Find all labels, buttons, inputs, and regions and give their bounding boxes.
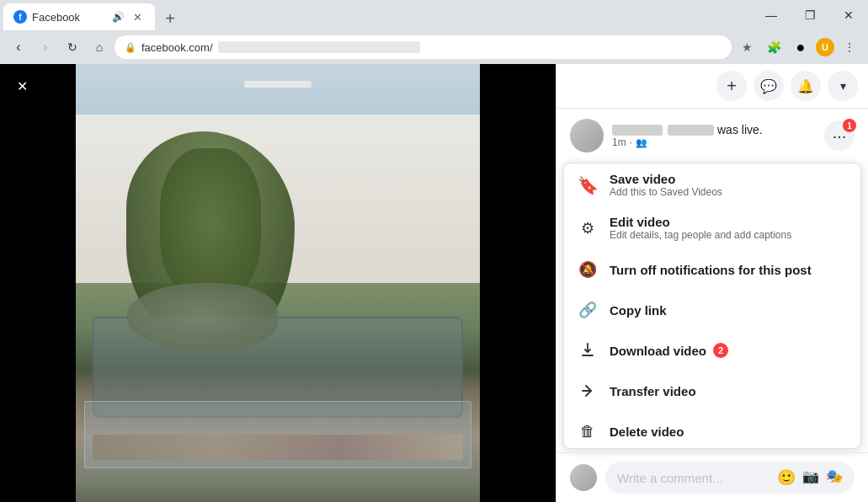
menu-item-edit-text: Edit video Edit details, tag people and … xyxy=(610,215,791,241)
menu-item-delete-label: Delete video xyxy=(610,425,684,439)
download-video-icon xyxy=(576,339,599,362)
more-options-button[interactable]: ··· 1 xyxy=(824,120,855,151)
menu-item-edit-label: Edit video xyxy=(610,215,791,229)
home-button[interactable]: ⌂ xyxy=(88,35,111,59)
emoji-icon[interactable]: 🙂 xyxy=(777,468,796,487)
context-menu: 🔖 Save video Add this to Saved Videos ⚙ … xyxy=(563,163,861,449)
close-button[interactable]: ✕ xyxy=(829,0,868,30)
tab-title: Facebook xyxy=(32,11,107,24)
menu-item-edit-desc: Edit details, tag people and add caption… xyxy=(610,229,791,241)
reload-button[interactable]: ↻ xyxy=(61,35,84,59)
download-badge: 2 xyxy=(713,343,728,358)
comment-input-box[interactable]: Write a comment... 🙂 📷 🎭 xyxy=(605,462,855,494)
delete-video-icon: 🗑 xyxy=(576,419,599,443)
transfer-video-icon xyxy=(576,379,599,403)
sticker-icon[interactable]: 🎭 xyxy=(826,468,843,487)
add-button[interactable]: + xyxy=(716,71,747,101)
menu-item-edit-video[interactable]: ⚙ Edit video Edit details, tag people an… xyxy=(564,206,860,249)
minimize-button[interactable]: — xyxy=(752,0,791,30)
menu-item-download-video[interactable]: Download video 2 xyxy=(564,330,860,371)
post-author-line: was live. xyxy=(612,123,816,136)
notifications-button[interactable]: 🔔 xyxy=(791,71,821,101)
comment-placeholder: Write a comment... xyxy=(617,471,723,485)
save-video-icon: 🔖 xyxy=(576,174,599,197)
post-time-line: 1m · 👥 xyxy=(612,136,816,148)
menu-item-transfer-label: Transfer video xyxy=(610,384,696,398)
address-domain: facebook.com/ xyxy=(141,41,213,54)
user-ext-icon[interactable]: U xyxy=(816,38,834,56)
edit-video-icon: ⚙ xyxy=(576,216,599,240)
menu-item-save-text: Save video Add this to Saved Videos xyxy=(610,172,722,198)
messenger-button[interactable]: 💬 xyxy=(754,71,784,101)
forward-button[interactable]: › xyxy=(34,35,57,59)
menu-item-download-label: Download video 2 xyxy=(610,343,728,358)
video-area: ✕ xyxy=(0,64,556,502)
top-action-bar: + 💬 🔔 ▾ xyxy=(556,64,868,109)
new-tab-button[interactable]: + xyxy=(158,7,182,30)
comment-area: Write a comment... 🙂 📷 🎭 xyxy=(556,452,868,502)
menu-item-save-video[interactable]: 🔖 Save video Add this to Saved Videos xyxy=(564,163,860,206)
maximize-button[interactable]: ❐ xyxy=(791,0,829,30)
menu-item-save-label: Save video xyxy=(610,172,722,186)
audience-icon: 👥 xyxy=(636,137,647,148)
account-menu-button[interactable]: ▾ xyxy=(828,71,858,101)
menu-item-notifications[interactable]: 🔕 Turn off notifications for this post xyxy=(564,249,860,290)
post-meta: was live. 1m · 👥 xyxy=(612,123,816,148)
menu-item-delete-video[interactable]: 🗑 Delete video xyxy=(564,411,860,449)
profile-icon[interactable]: ● xyxy=(789,35,812,59)
menu-item-copy-label: Copy link xyxy=(610,303,667,318)
bookmark-icon[interactable]: ★ xyxy=(735,35,759,59)
post-time: 1m xyxy=(612,136,626,148)
menu-item-copy-link[interactable]: 🔗 Copy link xyxy=(564,290,860,330)
menu-item-notif-label: Turn off notifications for this post xyxy=(610,263,812,277)
back-button[interactable]: ‹ xyxy=(7,35,30,59)
menu-icon[interactable]: ⋮ xyxy=(838,35,861,59)
address-bar[interactable]: 🔒 facebook.com/ xyxy=(114,35,732,59)
address-blurred xyxy=(218,41,420,53)
notifications-off-icon: 🔕 xyxy=(576,258,599,281)
post-avatar xyxy=(570,119,604,152)
commenter-avatar xyxy=(570,464,597,491)
right-panel: + 💬 🔔 ▾ was live. 1m · 👥 ··· xyxy=(556,64,868,502)
more-options-badge: 1 xyxy=(843,119,856,132)
video-thumbnail xyxy=(76,64,480,502)
lock-icon: 🔒 xyxy=(125,42,136,53)
time-separator: · xyxy=(630,136,632,148)
tab-audio-icon: 🔊 xyxy=(112,11,125,23)
tab-favicon: f xyxy=(13,10,27,24)
comment-emoji-icons: 🙂 📷 🎭 xyxy=(777,468,843,487)
menu-item-transfer-video[interactable]: Transfer video xyxy=(564,371,860,411)
copy-link-icon: 🔗 xyxy=(576,298,599,322)
video-close-button[interactable]: ✕ xyxy=(8,72,35,99)
gif-icon[interactable]: 📷 xyxy=(802,468,819,487)
author-blurred-1 xyxy=(612,125,663,136)
author-blurred-2 xyxy=(668,125,714,136)
tab-close-icon[interactable]: ✕ xyxy=(130,9,145,24)
browser-tab[interactable]: f Facebook 🔊 ✕ xyxy=(3,3,155,30)
post-header: was live. 1m · 👥 ··· 1 xyxy=(556,109,868,163)
extensions-icon[interactable]: 🧩 xyxy=(762,35,785,59)
menu-item-save-desc: Add this to Saved Videos xyxy=(610,186,722,198)
post-author-suffix: was live. xyxy=(717,123,763,136)
